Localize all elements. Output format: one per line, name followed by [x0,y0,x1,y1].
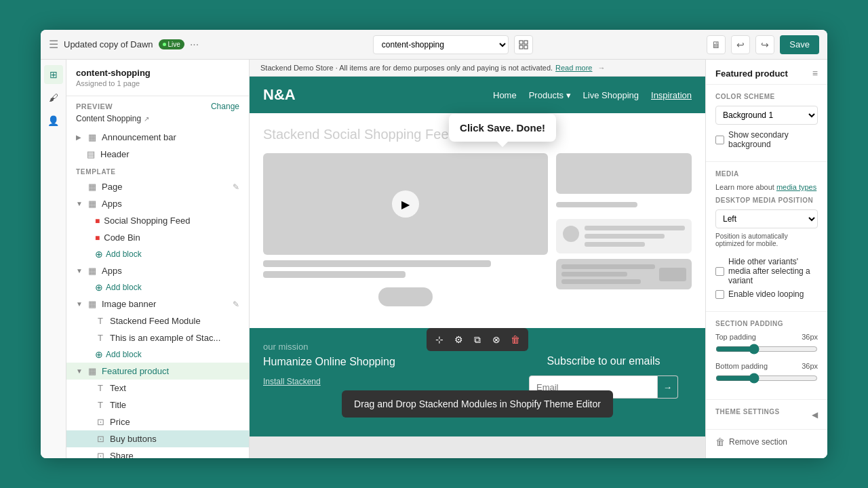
sidebar-item-featured-product[interactable]: ▼ ▦ Featured product [66,363,249,380]
top-padding-slider[interactable] [715,344,818,354]
site-header: N&A Home Products ▾ Live Shopping Inspir… [250,77,705,113]
right-panel-menu-icon[interactable]: ≡ [812,68,818,79]
desktop-position-select[interactable]: Left [715,209,818,228]
nav-home[interactable]: Home [493,90,517,100]
page-icon: ▦ [87,182,98,192]
theme-settings-collapse-icon[interactable]: ◀ [812,410,818,420]
bottom-padding-slider[interactable] [715,373,818,384]
sidebar-item-image-banner[interactable]: ▼ ▦ Image banner ✎ [66,296,249,312]
featured-product-icon: ▦ [87,366,98,376]
preview-change-link[interactable]: Change [211,102,239,111]
card-line-3 [585,242,645,247]
more-options-icon[interactable]: ··· [190,39,199,51]
buy-label: Buy buttons [110,434,157,444]
site-logo: N&A [263,86,296,104]
feed-right-bottom [556,259,692,289]
sidebar-item-apps1[interactable]: ▼ ▦ Apps [66,195,249,212]
show-secondary-label: Show secondary background [728,130,818,149]
preview-page-name: Content Shopping [76,114,141,123]
apps2-icon: ▦ [87,266,98,276]
sidebar-item-text[interactable]: T Text [66,380,249,396]
color-scheme-select[interactable]: Background 1 [715,106,818,125]
top-padding-label: Top padding [715,333,756,341]
sidebar-toggle-icon[interactable]: ☰ [49,38,58,51]
save-button[interactable]: Save [780,35,819,54]
desktop-preview-button[interactable]: 🖥 [707,35,726,54]
add-block-label2: Add block [106,283,142,292]
sidebar-item-announcement-bar[interactable]: ▶ ▦ Announcement bar [66,129,249,146]
store-name: Updated copy of Dawn [64,39,153,49]
show-secondary-row: Show secondary background [715,130,818,149]
section-padding-label: SECTION PADDING [715,320,818,327]
text-icon: T [95,316,106,326]
toolbar-settings-btn[interactable]: ⚙ [450,331,467,348]
show-secondary-checkbox[interactable] [715,136,724,144]
external-link-icon[interactable]: ↗ [144,115,149,123]
url-selector[interactable]: content-shopping [373,35,509,54]
apps2-label: Apps [102,266,122,276]
bottom-rect [659,268,686,281]
play-button[interactable]: ▶ [392,190,419,218]
subscribe-title: Subscribe to our emails [529,355,678,367]
email-submit-button[interactable]: → [658,375,678,399]
media-section: MEDIA Learn more about media types Deskt… [706,162,827,312]
feed-bar-2 [263,271,406,278]
announcement-read-more-link[interactable]: Read more [555,64,592,72]
add-block-apps1[interactable]: ⊕ Add block [66,246,249,262]
sidebar-item-share[interactable]: ⊡ Share [66,447,249,458]
sidebar-page-sub: Assigned to 1 page [76,79,239,87]
feed-action-button[interactable] [378,287,433,306]
sidebar-item-header[interactable]: ▤ Header [66,146,249,163]
nav-inspiration[interactable]: Inspiration [651,90,692,100]
sidebar-item-apps2[interactable]: ▼ ▦ Apps [66,262,249,279]
image-banner-icon: ▦ [87,299,98,309]
share-label: Share [110,451,134,458]
feed-right-column [556,153,692,306]
sidebar-item-title[interactable]: T Title [66,396,249,413]
social-feed-icon: ■ [95,216,100,226]
svg-rect-0 [519,41,523,44]
nav-products[interactable]: Products ▾ [529,90,571,100]
nav-live-shopping[interactable]: Live Shopping [583,90,639,100]
color-scheme-section: COLOR SCHEME Background 1 Show secondary… [706,85,827,162]
media-types-link[interactable]: media types [776,183,816,191]
toolbar-duplicate-btn[interactable]: ⧉ [469,331,486,348]
preview-label: PREVIEW [76,102,113,110]
sidebar-icon-users[interactable]: 👤 [44,111,63,130]
toolbar-delete-btn[interactable]: 🗑 [507,331,524,348]
redo-button[interactable]: ↪ [755,35,774,54]
svg-rect-3 [524,45,528,49]
add-block-apps2[interactable]: ⊕ Add block [66,279,249,296]
toolbar-disconnect-btn[interactable]: ⊗ [488,331,505,348]
undo-button[interactable]: ↩ [731,35,750,54]
media-text: Learn more about media types [715,183,818,191]
hide-variants-checkbox[interactable] [715,267,724,276]
feed-video-placeholder: ▶ [263,153,548,255]
enable-video-checkbox[interactable] [715,290,724,299]
sidebar-item-code-bin[interactable]: ■ Code Bin [66,229,249,246]
sidebar-icons: ⊞ 🖌 👤 [41,60,66,458]
add-block-image-banner[interactable]: ⊕ Add block [66,346,249,363]
sidebar-item-page[interactable]: ▦ Page ✎ [66,178,249,195]
sidebar-item-social-shopping-feed[interactable]: ■ Social Shopping Feed [66,212,249,229]
install-stackend-link[interactable]: Install Stackend [263,377,321,386]
sidebar-item-buy-buttons[interactable]: ⊡ Buy buttons [66,430,249,447]
image-banner-edit-icon[interactable]: ✎ [233,300,239,309]
trash-icon: 🗑 [715,436,725,447]
color-scheme-label: COLOR SCHEME [715,93,818,100]
plus-icon3: ⊕ [95,349,103,360]
toolbar-move-btn[interactable]: ⊹ [431,331,448,348]
remove-section-button[interactable]: 🗑 Remove section [706,430,827,454]
sidebar-icon-sections[interactable]: ⊞ [44,65,63,84]
right-bar-1 [556,202,637,207]
sidebar-icon-palette[interactable]: 🖌 [44,88,63,107]
featured-product-label: Featured product [102,366,169,376]
sidebar-item-price[interactable]: ⊡ Price [66,413,249,430]
price-icon: ⊡ [95,417,106,427]
page-edit-icon[interactable]: ✎ [233,182,239,192]
sidebar-item-example-stac[interactable]: T This is an example of Stac... [66,329,249,346]
expand-button[interactable] [514,35,533,54]
sidebar-item-stackend-feed-module[interactable]: T Stackend Feed Module [66,312,249,329]
top-padding-row: Top padding 36px [715,333,818,357]
bottom-padding-label: Bottom padding [715,362,768,370]
